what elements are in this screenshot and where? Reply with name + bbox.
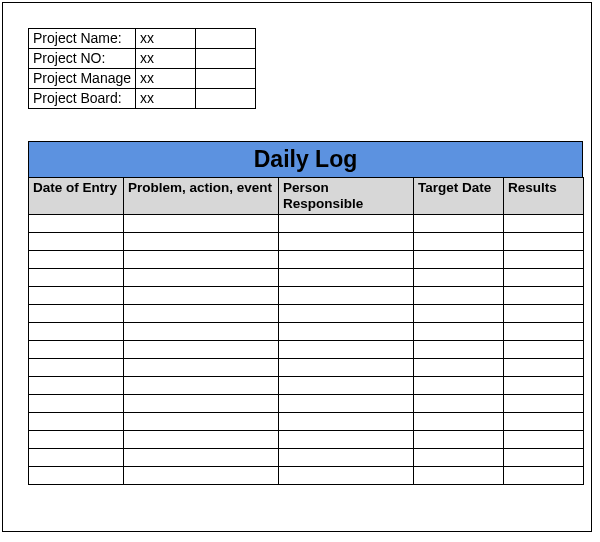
log-cell[interactable]	[504, 269, 584, 287]
log-cell[interactable]	[414, 269, 504, 287]
log-cell[interactable]	[414, 251, 504, 269]
log-cell[interactable]	[504, 449, 584, 467]
log-cell[interactable]	[279, 287, 414, 305]
log-cell[interactable]	[279, 251, 414, 269]
log-cell[interactable]	[124, 287, 279, 305]
log-cell[interactable]	[504, 431, 584, 449]
log-cell[interactable]	[124, 251, 279, 269]
log-cell[interactable]	[29, 233, 124, 251]
log-cell[interactable]	[414, 305, 504, 323]
log-cell[interactable]	[504, 395, 584, 413]
log-cell[interactable]	[414, 233, 504, 251]
info-row: Project Board:xx	[29, 89, 256, 109]
table-row	[29, 233, 584, 251]
info-value[interactable]: xx	[136, 49, 196, 69]
log-cell[interactable]	[29, 323, 124, 341]
log-cell[interactable]	[414, 341, 504, 359]
log-cell[interactable]	[414, 377, 504, 395]
daily-log-table: Date of EntryProblem, action, eventPerso…	[28, 177, 584, 485]
log-column-header: Target Date	[414, 178, 504, 215]
log-cell[interactable]	[414, 395, 504, 413]
log-cell[interactable]	[124, 449, 279, 467]
table-row	[29, 377, 584, 395]
log-cell[interactable]	[29, 215, 124, 233]
log-cell[interactable]	[29, 395, 124, 413]
table-row	[29, 287, 584, 305]
table-row	[29, 413, 584, 431]
log-cell[interactable]	[124, 305, 279, 323]
log-cell[interactable]	[279, 431, 414, 449]
log-column-header: Problem, action, event	[124, 178, 279, 215]
log-cell[interactable]	[124, 431, 279, 449]
log-column-header: Date of Entry	[29, 178, 124, 215]
table-row	[29, 467, 584, 485]
log-cell[interactable]	[504, 341, 584, 359]
log-cell[interactable]	[279, 395, 414, 413]
info-extra[interactable]	[196, 89, 256, 109]
info-value[interactable]: xx	[136, 89, 196, 109]
log-cell[interactable]	[504, 359, 584, 377]
info-extra[interactable]	[196, 29, 256, 49]
log-cell[interactable]	[124, 323, 279, 341]
info-value[interactable]: xx	[136, 69, 196, 89]
log-cell[interactable]	[504, 215, 584, 233]
log-cell[interactable]	[279, 359, 414, 377]
log-cell[interactable]	[414, 215, 504, 233]
log-cell[interactable]	[504, 413, 584, 431]
log-cell[interactable]	[414, 359, 504, 377]
info-extra[interactable]	[196, 69, 256, 89]
daily-log-section: Daily Log Date of EntryProblem, action, …	[28, 141, 583, 485]
log-cell[interactable]	[29, 359, 124, 377]
log-cell[interactable]	[414, 467, 504, 485]
log-cell[interactable]	[29, 251, 124, 269]
log-cell[interactable]	[504, 233, 584, 251]
log-cell[interactable]	[414, 449, 504, 467]
info-extra[interactable]	[196, 49, 256, 69]
log-cell[interactable]	[124, 467, 279, 485]
log-cell[interactable]	[29, 341, 124, 359]
log-cell[interactable]	[279, 377, 414, 395]
log-cell[interactable]	[29, 269, 124, 287]
log-cell[interactable]	[279, 323, 414, 341]
log-cell[interactable]	[414, 323, 504, 341]
log-cell[interactable]	[29, 377, 124, 395]
log-cell[interactable]	[279, 305, 414, 323]
log-cell[interactable]	[124, 377, 279, 395]
table-row	[29, 395, 584, 413]
log-cell[interactable]	[124, 233, 279, 251]
log-cell[interactable]	[414, 431, 504, 449]
log-cell[interactable]	[279, 413, 414, 431]
log-column-header: Results	[504, 178, 584, 215]
table-row	[29, 341, 584, 359]
log-cell[interactable]	[124, 215, 279, 233]
table-row	[29, 305, 584, 323]
log-cell[interactable]	[124, 359, 279, 377]
info-row: Project Managexx	[29, 69, 256, 89]
log-cell[interactable]	[29, 287, 124, 305]
log-cell[interactable]	[124, 341, 279, 359]
log-cell[interactable]	[279, 215, 414, 233]
info-value[interactable]: xx	[136, 29, 196, 49]
log-cell[interactable]	[29, 413, 124, 431]
log-cell[interactable]	[504, 323, 584, 341]
log-cell[interactable]	[29, 431, 124, 449]
log-cell[interactable]	[29, 305, 124, 323]
log-cell[interactable]	[279, 341, 414, 359]
log-cell[interactable]	[279, 467, 414, 485]
log-cell[interactable]	[124, 413, 279, 431]
log-cell[interactable]	[414, 287, 504, 305]
log-cell[interactable]	[414, 413, 504, 431]
log-cell[interactable]	[279, 449, 414, 467]
log-cell[interactable]	[29, 449, 124, 467]
log-cell[interactable]	[504, 251, 584, 269]
log-cell[interactable]	[504, 467, 584, 485]
log-cell[interactable]	[124, 269, 279, 287]
table-row	[29, 251, 584, 269]
log-cell[interactable]	[124, 395, 279, 413]
log-cell[interactable]	[279, 269, 414, 287]
log-cell[interactable]	[504, 305, 584, 323]
log-cell[interactable]	[29, 467, 124, 485]
log-cell[interactable]	[504, 287, 584, 305]
log-cell[interactable]	[504, 377, 584, 395]
log-cell[interactable]	[279, 233, 414, 251]
